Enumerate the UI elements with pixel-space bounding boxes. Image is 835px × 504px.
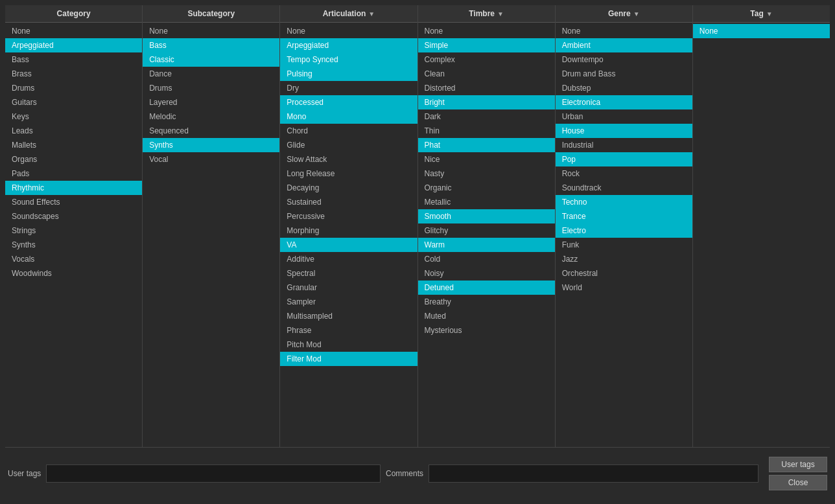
list-item-articulation-5[interactable]: Processed <box>280 95 417 109</box>
list-item-articulation-22[interactable]: Pitch Mod <box>280 338 417 352</box>
list-item-category-7[interactable]: Leads <box>5 124 142 138</box>
list-item-articulation-14[interactable]: Morphing <box>280 223 417 238</box>
list-item-genre-2[interactable]: Downtempo <box>556 52 692 67</box>
list-item-articulation-20[interactable]: Multisampled <box>280 309 417 323</box>
list-item-articulation-6[interactable]: Mono <box>280 109 417 124</box>
list-item-timbre-10[interactable]: Nasty <box>418 166 555 181</box>
list-item-genre-17[interactable]: Orchestral <box>556 266 692 281</box>
list-item-articulation-10[interactable]: Long Release <box>280 166 417 181</box>
list-item-genre-5[interactable]: Electronica <box>556 95 692 109</box>
list-item-articulation-12[interactable]: Sustained <box>280 195 417 209</box>
list-item-category-2[interactable]: Bass <box>5 52 142 67</box>
list-item-subcategory-4[interactable]: Drums <box>143 81 279 95</box>
list-item-timbre-12[interactable]: Metallic <box>418 195 555 209</box>
list-item-timbre-19[interactable]: Breathy <box>418 295 555 309</box>
list-item-tag-0[interactable]: None <box>693 24 830 38</box>
list-item-articulation-19[interactable]: Sampler <box>280 295 417 309</box>
list-item-articulation-16[interactable]: Additive <box>280 252 417 266</box>
list-item-genre-14[interactable]: Electro <box>556 223 692 238</box>
list-item-genre-4[interactable]: Dubstep <box>556 81 692 95</box>
list-item-timbre-15[interactable]: Warm <box>418 238 555 252</box>
list-item-category-3[interactable]: Brass <box>5 67 142 81</box>
column-header-genre[interactable]: Genre▼ <box>556 5 692 23</box>
list-item-genre-12[interactable]: Techno <box>556 195 692 209</box>
list-item-subcategory-3[interactable]: Dance <box>143 67 279 81</box>
list-item-articulation-18[interactable]: Granular <box>280 281 417 295</box>
list-item-subcategory-6[interactable]: Melodic <box>143 109 279 124</box>
user-tags-input[interactable] <box>46 464 381 483</box>
list-item-articulation-13[interactable]: Percussive <box>280 209 417 223</box>
list-item-timbre-17[interactable]: Noisy <box>418 266 555 281</box>
list-item-subcategory-0[interactable]: None <box>143 24 279 38</box>
list-item-genre-18[interactable]: World <box>556 281 692 295</box>
list-item-timbre-6[interactable]: Dark <box>418 109 555 124</box>
list-item-articulation-2[interactable]: Tempo Synced <box>280 52 417 67</box>
list-item-articulation-1[interactable]: Arpeggiated <box>280 38 417 52</box>
list-item-timbre-21[interactable]: Mysterious <box>418 323 555 338</box>
list-item-genre-1[interactable]: Ambient <box>556 38 692 52</box>
list-item-articulation-11[interactable]: Decaying <box>280 181 417 195</box>
list-item-timbre-1[interactable]: Simple <box>418 38 555 52</box>
list-item-category-12[interactable]: Sound Effects <box>5 195 142 209</box>
list-item-category-17[interactable]: Woodwinds <box>5 266 142 281</box>
list-item-category-10[interactable]: Pads <box>5 166 142 181</box>
list-item-timbre-16[interactable]: Cold <box>418 252 555 266</box>
list-item-genre-13[interactable]: Trance <box>556 209 692 223</box>
list-item-genre-8[interactable]: Industrial <box>556 138 692 152</box>
list-item-articulation-9[interactable]: Slow Attack <box>280 152 417 166</box>
list-item-category-5[interactable]: Guitars <box>5 95 142 109</box>
list-item-category-9[interactable]: Organs <box>5 152 142 166</box>
list-item-articulation-8[interactable]: Glide <box>280 138 417 152</box>
list-item-articulation-0[interactable]: None <box>280 24 417 38</box>
list-item-genre-16[interactable]: Jazz <box>556 252 692 266</box>
list-item-genre-6[interactable]: Urban <box>556 109 692 124</box>
list-item-category-14[interactable]: Strings <box>5 223 142 238</box>
list-item-timbre-14[interactable]: Glitchy <box>418 223 555 238</box>
list-item-timbre-18[interactable]: Detuned <box>418 281 555 295</box>
list-item-category-6[interactable]: Keys <box>5 109 142 124</box>
list-item-articulation-7[interactable]: Chord <box>280 124 417 138</box>
list-item-subcategory-1[interactable]: Bass <box>143 38 279 52</box>
list-item-category-1[interactable]: Arpeggiated <box>5 38 142 52</box>
list-item-timbre-5[interactable]: Bright <box>418 95 555 109</box>
list-item-genre-10[interactable]: Rock <box>556 166 692 181</box>
list-item-timbre-13[interactable]: Smooth <box>418 209 555 223</box>
list-item-articulation-3[interactable]: Pulsing <box>280 67 417 81</box>
list-item-timbre-0[interactable]: None <box>418 24 555 38</box>
list-item-timbre-3[interactable]: Clean <box>418 67 555 81</box>
user-tags-button[interactable]: User tags <box>769 457 827 472</box>
list-item-category-11[interactable]: Rhythmic <box>5 181 142 195</box>
list-item-category-4[interactable]: Drums <box>5 81 142 95</box>
close-button[interactable]: Close <box>769 475 827 490</box>
list-item-genre-7[interactable]: House <box>556 124 692 138</box>
list-item-category-15[interactable]: Synths <box>5 238 142 252</box>
column-header-articulation[interactable]: Articulation▼ <box>280 5 417 23</box>
list-item-subcategory-7[interactable]: Sequenced <box>143 124 279 138</box>
list-item-timbre-9[interactable]: Nice <box>418 152 555 166</box>
comments-input[interactable] <box>429 464 759 483</box>
list-item-subcategory-5[interactable]: Layered <box>143 95 279 109</box>
list-item-articulation-15[interactable]: VA <box>280 238 417 252</box>
list-item-timbre-8[interactable]: Phat <box>418 138 555 152</box>
list-item-timbre-20[interactable]: Muted <box>418 309 555 323</box>
list-item-category-13[interactable]: Soundscapes <box>5 209 142 223</box>
list-item-genre-3[interactable]: Drum and Bass <box>556 67 692 81</box>
list-item-genre-0[interactable]: None <box>556 24 692 38</box>
list-item-subcategory-9[interactable]: Vocal <box>143 152 279 166</box>
list-item-genre-9[interactable]: Pop <box>556 152 692 166</box>
list-item-timbre-4[interactable]: Distorted <box>418 81 555 95</box>
list-item-timbre-7[interactable]: Thin <box>418 124 555 138</box>
column-header-tag[interactable]: Tag▼ <box>693 5 830 23</box>
list-item-articulation-4[interactable]: Dry <box>280 81 417 95</box>
list-item-articulation-21[interactable]: Phrase <box>280 323 417 338</box>
column-header-timbre[interactable]: Timbre▼ <box>418 5 555 23</box>
list-item-timbre-11[interactable]: Organic <box>418 181 555 195</box>
list-item-genre-15[interactable]: Funk <box>556 238 692 252</box>
list-item-genre-11[interactable]: Soundtrack <box>556 181 692 195</box>
list-item-timbre-2[interactable]: Complex <box>418 52 555 67</box>
list-item-subcategory-8[interactable]: Synths <box>143 138 279 152</box>
list-item-category-8[interactable]: Mallets <box>5 138 142 152</box>
list-item-subcategory-2[interactable]: Classic <box>143 52 279 67</box>
list-item-category-16[interactable]: Vocals <box>5 252 142 266</box>
list-item-articulation-23[interactable]: Filter Mod <box>280 352 417 366</box>
